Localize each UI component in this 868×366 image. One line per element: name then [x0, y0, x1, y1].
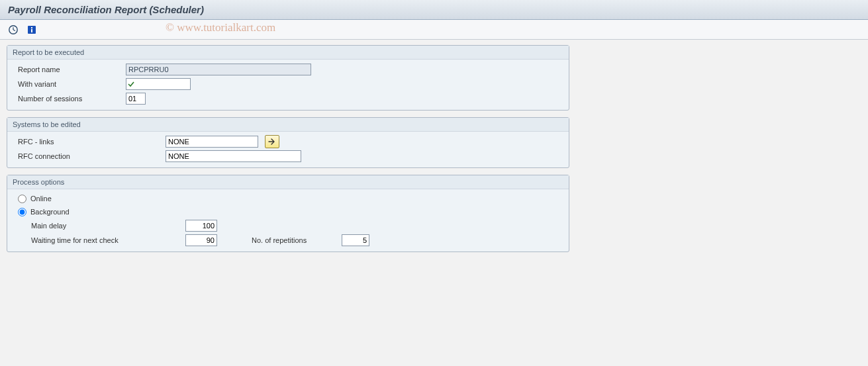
title-bar: Payroll Reconciliation Report (Scheduler…: [0, 0, 868, 20]
online-radio[interactable]: [18, 195, 26, 203]
sessions-field[interactable]: [126, 93, 146, 105]
with-variant-field[interactable]: [126, 78, 191, 90]
arrow-right-icon: [268, 138, 276, 145]
page-title: Payroll Reconciliation Report (Scheduler…: [8, 4, 860, 15]
rfc-links-label: RFC - links: [13, 138, 162, 146]
main-delay-field[interactable]: [185, 220, 217, 232]
group-systems-title: Systems to be edited: [7, 118, 569, 132]
group-systems: Systems to be edited RFC - links RFC con…: [7, 117, 569, 168]
rfc-conn-label: RFC connection: [13, 152, 162, 160]
report-name-field[interactable]: [126, 64, 311, 75]
info-icon: [26, 24, 37, 35]
group-process: Process options Online Background Main d…: [7, 175, 569, 252]
reps-field[interactable]: [342, 234, 369, 246]
watermark-text: © www.tutorialkart.com: [166, 21, 275, 34]
svg-line-2: [13, 30, 15, 31]
wait-time-field[interactable]: [185, 234, 217, 246]
sessions-label: Number of sessions: [13, 95, 122, 103]
background-radio-label: Background: [30, 208, 70, 216]
group-report: Report to be executed Report name With v…: [7, 45, 569, 111]
execute-button[interactable]: [7, 23, 20, 36]
toolbar: © www.tutorialkart.com: [0, 20, 868, 40]
rfc-links-field[interactable]: [166, 136, 258, 148]
rfc-links-select-button[interactable]: [265, 135, 279, 148]
info-button[interactable]: [25, 23, 38, 36]
main-delay-label: Main delay: [13, 222, 181, 230]
clock-execute-icon: [8, 24, 19, 35]
group-report-title: Report to be executed: [7, 46, 569, 60]
online-radio-label: Online: [30, 195, 52, 203]
group-process-title: Process options: [7, 175, 569, 189]
report-name-label: Report name: [13, 66, 122, 73]
with-variant-label: With variant: [13, 80, 122, 88]
svg-rect-5: [31, 29, 32, 32]
reps-label: No. of repetitions: [245, 236, 338, 244]
background-radio[interactable]: [18, 208, 26, 216]
rfc-conn-field[interactable]: [166, 150, 301, 162]
content-area: Report to be executed Report name With v…: [0, 40, 868, 257]
wait-time-label: Waiting time for next check: [13, 236, 181, 244]
svg-rect-4: [31, 27, 32, 28]
